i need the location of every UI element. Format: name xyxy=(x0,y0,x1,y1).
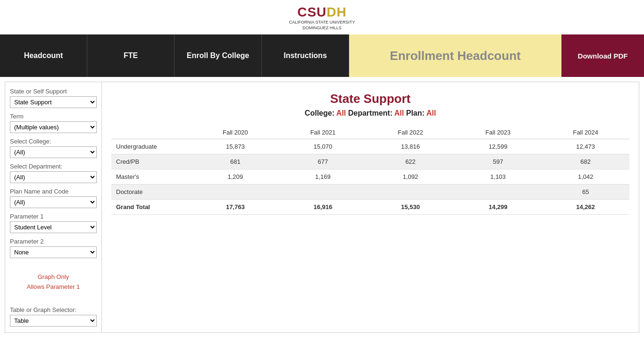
logo-sub1: CALIFORNIA STATE UNIVERSITY xyxy=(289,20,355,25)
col-header-empty xyxy=(111,126,192,139)
cell-0-3: 12,599 xyxy=(454,139,542,154)
term-select[interactable]: (Multiple values) xyxy=(10,121,97,133)
cell-3-0 xyxy=(192,185,279,200)
subtitle-dept-prefix: Department: xyxy=(346,109,394,117)
nav-download[interactable]: Download PDF xyxy=(561,34,644,77)
state-support-label: State or Self Support xyxy=(10,88,97,95)
cell-4-3: 14,299 xyxy=(454,200,542,215)
cell-4-4: 14,262 xyxy=(542,200,629,215)
cell-1-4: 682 xyxy=(542,154,629,169)
param1-select[interactable]: Student Level xyxy=(10,221,97,233)
table-row: Cred/PB681677622597682 xyxy=(111,154,629,169)
table-row: Doctorate65 xyxy=(111,185,629,200)
row-label-cred-pb: Cred/PB xyxy=(111,154,192,169)
cell-3-2 xyxy=(367,185,454,200)
table-header-row: Fall 2020 Fall 2021 Fall 2022 Fall 2023 … xyxy=(111,126,629,139)
graph-note: Graph Only Allows Parameter 1 xyxy=(10,272,97,292)
table-row: Grand Total17,76316,91615,53014,29914,26… xyxy=(111,200,629,215)
main-layout: State or Self Support State Support Term… xyxy=(5,82,639,333)
nav-headcount[interactable]: Headcount xyxy=(0,34,87,77)
cell-1-3: 597 xyxy=(454,154,542,169)
subtitle-plan-prefix: Plan: xyxy=(404,109,426,117)
col-header-fall2024: Fall 2024 xyxy=(542,126,629,139)
table-selector-label: Table or Graph Selector: xyxy=(10,306,97,313)
data-table: Fall 2020 Fall 2021 Fall 2022 Fall 2023 … xyxy=(111,126,629,215)
table-row: Undergraduate15,87315,07013,81612,59912,… xyxy=(111,139,629,154)
subtitle-plan-val: All xyxy=(427,109,436,117)
cell-2-1: 1,169 xyxy=(279,169,367,185)
param2-select[interactable]: None xyxy=(10,246,97,258)
college-select[interactable]: (All) xyxy=(10,146,97,158)
cell-1-0: 681 xyxy=(192,154,279,169)
cell-2-4: 1,042 xyxy=(542,169,629,185)
cell-0-0: 15,873 xyxy=(192,139,279,154)
college-label: Select College: xyxy=(10,138,97,145)
nav-enroll-college[interactable]: Enroll By College xyxy=(175,34,262,77)
report-title: State Support xyxy=(111,92,629,106)
department-label: Select Department: xyxy=(10,163,97,170)
row-label-grand-total: Grand Total xyxy=(111,200,192,215)
col-header-fall2021: Fall 2021 xyxy=(279,126,367,139)
row-label-master-s: Master's xyxy=(111,169,192,185)
col-header-fall2020: Fall 2020 xyxy=(192,126,279,139)
col-header-fall2023: Fall 2023 xyxy=(454,126,542,139)
logo-dh: DH xyxy=(326,5,346,19)
cell-4-0: 17,763 xyxy=(192,200,279,215)
cell-4-2: 15,530 xyxy=(367,200,454,215)
logo-bar: CSUDH CALIFORNIA STATE UNIVERSITY DOMING… xyxy=(0,0,644,34)
cell-0-4: 12,473 xyxy=(542,139,629,154)
cell-0-2: 13,816 xyxy=(367,139,454,154)
cell-3-4: 65 xyxy=(542,185,629,200)
cell-1-1: 677 xyxy=(279,154,367,169)
plan-label: Plan Name and Code xyxy=(10,188,97,195)
plan-select[interactable]: (All) xyxy=(10,196,97,208)
cell-3-3 xyxy=(454,185,542,200)
nav-title: Enrollment Headcount xyxy=(349,34,561,77)
department-select[interactable]: (All) xyxy=(10,171,97,183)
col-header-fall2022: Fall 2022 xyxy=(367,126,454,139)
nav-bar: Headcount FTE Enroll By College Instruct… xyxy=(0,34,644,77)
report-subtitle: College: All Department: All Plan: All xyxy=(111,109,629,118)
content-area: State Support College: All Department: A… xyxy=(102,82,639,332)
subtitle-college-prefix: College: xyxy=(305,109,336,117)
logo-csu: CSU xyxy=(297,5,326,19)
row-label-doctorate: Doctorate xyxy=(111,185,192,200)
table-selector-select[interactable]: Table xyxy=(10,315,97,327)
cell-3-1 xyxy=(279,185,367,200)
sidebar: State or Self Support State Support Term… xyxy=(5,82,102,332)
subtitle-college-val: All xyxy=(336,109,346,117)
cell-1-2: 622 xyxy=(367,154,454,169)
logo-sub2: DOMINGUEZ HILLS xyxy=(289,25,355,31)
cell-2-2: 1,092 xyxy=(367,169,454,185)
cell-2-0: 1,209 xyxy=(192,169,279,185)
term-label: Term xyxy=(10,113,97,120)
param2-label: Parameter 2 xyxy=(10,238,97,245)
row-label-undergraduate: Undergraduate xyxy=(111,139,192,154)
state-support-select[interactable]: State Support xyxy=(10,96,97,108)
subtitle-dept-val: All xyxy=(394,109,404,117)
cell-4-1: 16,916 xyxy=(279,200,367,215)
param1-label: Parameter 1 xyxy=(10,213,97,220)
table-row: Master's1,2091,1691,0921,1031,042 xyxy=(111,169,629,185)
nav-instructions[interactable]: Instructions xyxy=(262,34,349,77)
cell-2-3: 1,103 xyxy=(454,169,542,185)
cell-0-1: 15,070 xyxy=(279,139,367,154)
nav-fte[interactable]: FTE xyxy=(87,34,175,77)
